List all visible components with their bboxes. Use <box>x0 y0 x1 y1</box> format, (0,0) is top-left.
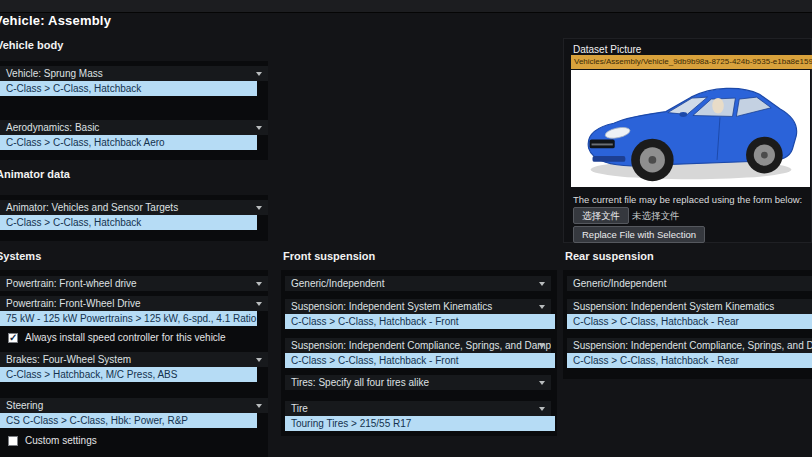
powertrain-type-select[interactable]: Powertrain: Front-wheel drive <box>0 276 268 291</box>
animator-select[interactable]: Animator: Vehicles and Sensor Targets <box>0 200 268 215</box>
select-label: Tires: Specify all four tires alike <box>291 377 429 388</box>
dataset-file-path-link[interactable]: Vehicles/Assembly/Vehicle_9db9b98a-8725-… <box>571 55 812 69</box>
rear-suspension-type-select[interactable]: Generic/Independent <box>567 276 812 291</box>
steering-select[interactable]: Steering <box>0 398 268 413</box>
rear-kinematics-dataset-link[interactable]: C-Class > C-Class, Hatchback - Rear <box>567 314 812 329</box>
chevron-down-icon <box>539 381 545 385</box>
select-label: Suspension: Independent Compliance, Spri… <box>291 340 551 351</box>
tire-select[interactable]: Tire <box>285 401 551 416</box>
vehicle-assembly-screen: Vehicle: Assembly Vehicle body Vehicle: … <box>0 0 812 457</box>
select-label: Aerodynamics: Basic <box>6 122 99 133</box>
powertrain-select[interactable]: Powertrain: Front-Wheel Drive <box>0 296 268 311</box>
vehicle-render <box>575 73 807 185</box>
section-heading-animator-data: Animator data <box>0 168 70 180</box>
sprung-mass-select[interactable]: Vehicle: Sprung Mass <box>0 66 268 81</box>
select-label: Powertrain: Front-wheel drive <box>6 278 137 289</box>
front-kinematics-dataset-link[interactable]: C-Class > C-Class, Hatchback - Front <box>285 314 555 329</box>
steering-dataset-link[interactable]: CS C-Class > C-Class, Hbk: Power, R&P <box>0 413 257 428</box>
aerodynamics-select[interactable]: Aerodynamics: Basic <box>0 120 268 135</box>
chevron-down-icon <box>539 305 545 309</box>
chevron-down-icon <box>256 358 262 362</box>
page-title: Vehicle: Assembly <box>0 13 111 28</box>
dataset-picture-heading: Dataset Picture <box>573 44 641 55</box>
vehicle-preview-image <box>571 70 810 187</box>
front-suspension-type-select[interactable]: Generic/Independent <box>285 276 551 291</box>
choose-file-button[interactable]: 选择文件 <box>573 207 629 224</box>
aerodynamics-dataset-link[interactable]: C-Class > C-Class, Hatchback Aero <box>0 135 257 150</box>
checkbox-label: Always install speed controller for this… <box>25 332 226 343</box>
select-label: Animator: Vehicles and Sensor Targets <box>6 202 178 213</box>
select-label: Tire <box>291 403 308 414</box>
select-label: Generic/Independent <box>291 278 384 289</box>
section-heading-vehicle-body: Vehicle body <box>0 39 63 51</box>
chevron-down-icon <box>256 126 262 130</box>
checkbox-label: Custom settings <box>25 435 97 446</box>
chevron-down-icon <box>539 407 545 411</box>
chevron-down-icon <box>256 206 262 210</box>
front-compliance-dataset-link[interactable]: C-Class > C-Class, Hatchback - Front <box>285 353 555 368</box>
rear-compliance-dataset-link[interactable]: C-Class > C-Class, Hatchback - Rear <box>567 353 812 368</box>
sprung-mass-dataset-link[interactable]: C-Class > C-Class, Hatchback <box>0 81 257 96</box>
chevron-down-icon <box>539 344 545 348</box>
tire-dataset-link[interactable]: Touring Tires > 215/55 R17 <box>285 416 555 431</box>
custom-settings-checkbox-row[interactable]: Custom settings <box>8 435 97 446</box>
front-compliance-select[interactable]: Suspension: Independent Compliance, Spri… <box>285 338 551 353</box>
select-label: Brakes: Four-Wheel System <box>6 354 131 365</box>
custom-settings-checkbox[interactable] <box>8 436 18 446</box>
select-label: Suspension: Independent System Kinematic… <box>291 301 492 312</box>
select-label: Powertrain: Front-Wheel Drive <box>6 298 140 309</box>
section-heading-systems: Systems <box>0 250 41 262</box>
chevron-down-icon <box>539 282 545 286</box>
powertrain-dataset-link[interactable]: 75 kW - 125 kW Powertrains > 125 kW, 6-s… <box>0 311 257 326</box>
no-file-chosen-text: 未选择文件 <box>632 210 680 223</box>
animator-dataset-link[interactable]: C-Class > C-Class, Hatchback <box>0 215 257 230</box>
chevron-down-icon <box>256 302 262 306</box>
replace-file-button[interactable]: Replace File with Selection <box>573 226 705 243</box>
section-heading-rear-suspension: Rear suspension <box>565 250 654 262</box>
chevron-down-icon <box>256 404 262 408</box>
replace-file-note: The current file may be replaced using t… <box>573 194 802 205</box>
speed-controller-checkbox[interactable] <box>8 333 18 343</box>
select-label: Steering <box>6 400 43 411</box>
front-kinematics-select[interactable]: Suspension: Independent System Kinematic… <box>285 299 551 314</box>
select-label: Vehicle: Sprung Mass <box>6 68 103 79</box>
rear-compliance-select[interactable]: Suspension: Independent Compliance, Spri… <box>567 338 812 353</box>
select-label: Generic/Independent <box>573 278 666 289</box>
brakes-select[interactable]: Brakes: Four-Wheel System <box>0 352 268 367</box>
brakes-dataset-link[interactable]: C-Class > Hatchback, M/C Press, ABS <box>0 367 257 382</box>
chevron-down-icon <box>256 282 262 286</box>
tires-mode-select[interactable]: Tires: Specify all four tires alike <box>285 375 551 390</box>
rear-kinematics-select[interactable]: Suspension: Independent System Kinematic… <box>567 299 812 314</box>
speed-controller-checkbox-row[interactable]: Always install speed controller for this… <box>8 332 226 343</box>
section-heading-front-suspension: Front suspension <box>283 250 375 262</box>
chevron-down-icon <box>256 72 262 76</box>
select-label: Suspension: Independent System Kinematic… <box>573 301 774 312</box>
select-label: Suspension: Independent Compliance, Spri… <box>573 340 812 351</box>
top-bar <box>0 0 812 13</box>
